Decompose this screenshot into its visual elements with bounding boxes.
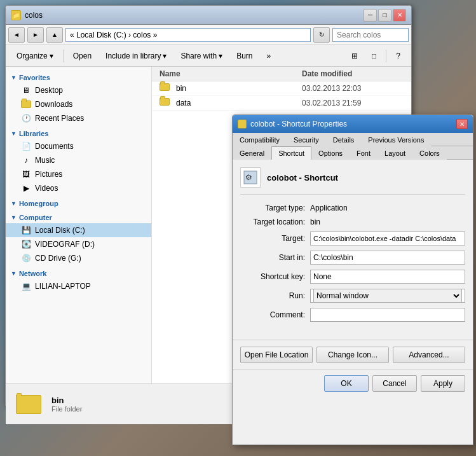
file-date-bin: 03.02.2013 22:03 — [302, 84, 404, 93]
sidebar-item-cd-drive[interactable]: 💿 CD Drive (G:) — [6, 251, 151, 265]
sidebar-item-videograf[interactable]: 💽 VIDEOGRAF (D:) — [6, 237, 151, 251]
more-button[interactable]: » — [261, 48, 277, 64]
sidebar-item-pictures[interactable]: 🖼 Pictures — [6, 167, 151, 181]
network-section: ▼ Network 💻 LILIAN-LAPTOP — [6, 268, 151, 293]
shortcut-key-input[interactable] — [310, 270, 465, 284]
comment-label: Comment: — [240, 310, 310, 319]
libraries-section: ▼ Libraries 📄 Documents ♪ Music 🖼 Pictur… — [6, 128, 151, 195]
open-file-location-button[interactable]: Open File Location — [240, 347, 313, 363]
tab-security[interactable]: Security — [287, 133, 326, 146]
target-type-label: Target type: — [240, 204, 310, 212]
target-input[interactable] — [310, 231, 465, 245]
burn-button[interactable]: Burn — [231, 48, 258, 64]
tab-details[interactable]: Details — [326, 133, 362, 146]
tab-layout[interactable]: Layout — [377, 146, 412, 160]
sidebar-item-videos[interactable]: ▶ Videos — [6, 181, 151, 195]
start-in-input[interactable] — [310, 251, 465, 265]
sidebar-item-downloads[interactable]: Downloads — [6, 97, 151, 111]
sidebar-music-label: Music — [35, 156, 55, 165]
network-arrow: ▼ — [11, 270, 17, 277]
sidebar-item-local-disk[interactable]: 💾 Local Disk (C:) — [6, 223, 151, 237]
view2-icon-button[interactable]: □ — [366, 48, 382, 64]
ok-button[interactable]: OK — [324, 375, 369, 392]
tab-general[interactable]: General — [233, 146, 271, 160]
laptop-icon: 💻 — [21, 281, 31, 291]
libraries-header[interactable]: ▼ Libraries — [6, 128, 151, 139]
sidebar-item-desktop[interactable]: 🖥 Desktop — [6, 83, 151, 97]
explorer-title-bar: 📁 colos ─ □ ✕ — [6, 6, 411, 25]
cd-drive-icon: 💿 — [21, 253, 31, 263]
sidebar-videograf-label: VIDEOGRAF (D:) — [35, 240, 95, 249]
organize-button[interactable]: Organize ▾ — [11, 48, 59, 64]
forward-button[interactable]: ► — [27, 27, 44, 43]
cancel-button[interactable]: Cancel — [372, 375, 417, 392]
computer-section: ▼ Computer 💾 Local Disk (C:) 💽 VIDEOGRAF… — [6, 212, 151, 265]
sidebar-downloads-label: Downloads — [35, 100, 72, 109]
title-buttons: ─ □ ✕ — [364, 9, 406, 22]
tab-font[interactable]: Font — [350, 146, 377, 160]
libraries-arrow: ▼ — [11, 130, 17, 137]
maximize-button[interactable]: □ — [378, 9, 391, 22]
computer-header[interactable]: ▼ Computer — [6, 212, 151, 223]
include-library-button[interactable]: Include in library ▾ — [100, 48, 172, 64]
tab-options[interactable]: Options — [311, 146, 350, 160]
dialog-close-button[interactable]: ✕ — [456, 119, 468, 129]
sidebar-videos-label: Videos — [35, 184, 58, 193]
field-target-type: Target type: Application — [240, 204, 465, 212]
file-name-bin: bin — [176, 84, 302, 93]
search-input[interactable] — [337, 31, 404, 39]
share-with-label: Share with — [180, 52, 217, 60]
tab-previous-versions[interactable]: Previous Versions — [361, 133, 431, 146]
favorites-header[interactable]: ▼ Favorites — [6, 72, 151, 83]
open-button[interactable]: Open — [67, 48, 97, 64]
computer-label: Computer — [19, 214, 52, 221]
apply-button[interactable]: Apply — [421, 375, 465, 392]
advanced-button[interactable]: Advanced... — [393, 347, 465, 363]
back-button[interactable]: ◄ — [8, 27, 25, 43]
field-comment: Comment: — [240, 308, 465, 322]
shortcut-name: colobot - Shortcut — [267, 173, 338, 183]
videograf-icon: 💽 — [21, 239, 31, 249]
field-shortcut-key: Shortcut key: — [240, 270, 465, 284]
tab-compatibility[interactable]: Compatibility — [233, 133, 287, 146]
help-button[interactable]: ? — [390, 48, 406, 64]
file-row-bin[interactable]: bin 03.02.2013 22:03 — [152, 81, 411, 96]
sidebar-item-recent[interactable]: 🕐 Recent Places — [6, 111, 151, 125]
dialog-title-text: colobot - Shortcut Properties — [250, 120, 456, 128]
address-text: « Local Disk (C:) › colos » — [70, 31, 157, 39]
sidebar-item-documents[interactable]: 📄 Documents — [6, 139, 151, 153]
search-box[interactable] — [332, 28, 409, 42]
network-header[interactable]: ▼ Network — [6, 268, 151, 279]
field-start-in: Start in: — [240, 251, 465, 265]
change-icon-button[interactable]: Change Icon... — [316, 347, 389, 363]
libraries-label: Libraries — [19, 130, 48, 137]
computer-arrow: ▼ — [11, 214, 17, 221]
target-location-value: bin — [310, 218, 465, 226]
organize-label: Organize — [17, 52, 48, 60]
tab-shortcut[interactable]: Shortcut — [271, 146, 311, 160]
bin-folder-icon — [160, 83, 172, 93]
view-icon-button[interactable]: ⊞ — [346, 48, 364, 64]
close-button[interactable]: ✕ — [393, 9, 406, 22]
address-path[interactable]: « Local Disk (C:) › colos » — [65, 28, 311, 42]
pictures-icon: 🖼 — [21, 169, 31, 179]
refresh-button[interactable]: ↻ — [313, 27, 330, 43]
homegroup-header[interactable]: ▼ Homegroup — [6, 198, 151, 209]
tab-colors[interactable]: Colors — [412, 146, 447, 160]
sidebar-laptop-label: LILIAN-LAPTOP — [35, 282, 91, 291]
minimize-button[interactable]: ─ — [364, 9, 377, 22]
comment-input[interactable] — [310, 308, 465, 322]
include-library-label: Include in library — [105, 52, 161, 60]
file-row-data[interactable]: data 03.02.2013 21:59 — [152, 96, 411, 111]
up-button[interactable]: ▲ — [46, 27, 63, 43]
explorer-title: colos — [25, 11, 364, 20]
run-select[interactable]: Normal window — [310, 289, 465, 303]
sidebar-item-laptop[interactable]: 💻 LILIAN-LAPTOP — [6, 279, 151, 293]
open-label: Open — [73, 52, 92, 60]
sidebar: ▼ Favorites 🖥 Desktop Downloads 🕐 Recent… — [6, 67, 152, 383]
sidebar-item-music[interactable]: ♪ Music — [6, 153, 151, 167]
dialog-action-buttons: Open File Location Change Icon... Advanc… — [233, 340, 473, 370]
burn-label: Burn — [236, 52, 252, 60]
run-select-input[interactable]: Normal window — [313, 289, 462, 303]
share-with-button[interactable]: Share with ▾ — [175, 48, 228, 64]
